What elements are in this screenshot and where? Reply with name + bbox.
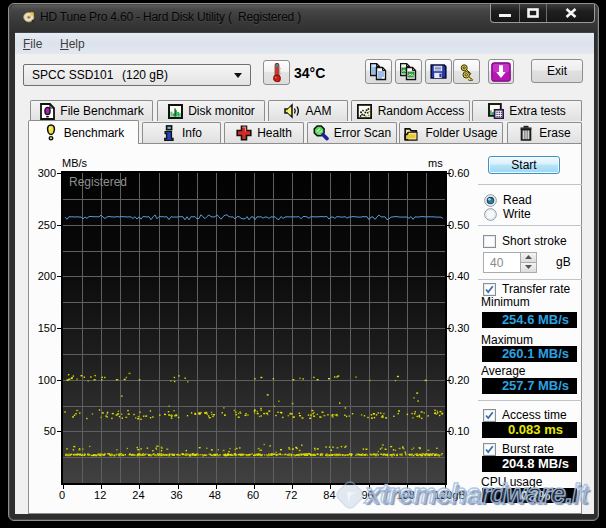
separator [478, 184, 582, 185]
maximize-button[interactable] [520, 4, 547, 22]
tab-benchmark[interactable]: Benchmark [28, 120, 139, 144]
start-button[interactable]: Start [488, 156, 560, 174]
spinner-down-button[interactable] [521, 263, 536, 273]
copy-image-button[interactable] [395, 59, 422, 84]
read-radio[interactable]: Read [484, 193, 532, 207]
app-icon [21, 9, 37, 25]
benchmark-page: RegisteredMB/sms300250200150100500.600.5… [28, 143, 582, 514]
tab-random-access[interactable]: Random Access [351, 100, 470, 121]
cpu-usage-value: 0.7% [482, 488, 577, 503]
access-time-value: 0.083 ms [482, 422, 577, 438]
short-stroke-checkbox-icon [483, 235, 496, 248]
average-label: Average [481, 364, 525, 378]
app-window: HD Tune Pro 4.60 - Hard Disk Utility ( R… [8, 3, 599, 521]
menu-help[interactable]: Help [60, 37, 85, 51]
burst-rate-value: 204.8 MB/s [482, 456, 577, 472]
down-arrow-icon [491, 62, 511, 82]
save-button[interactable] [425, 59, 452, 84]
write-label: Write [503, 207, 531, 221]
transfer-rate-checkbox-icon [483, 283, 496, 296]
burst-rate-checkbox-icon [483, 443, 496, 456]
copy-image-icon [400, 63, 418, 81]
drive-name: SPCC SSD101 [32, 68, 113, 82]
minimize-icon [498, 8, 512, 18]
cpu-usage-label: CPU usage [481, 475, 542, 489]
read-label: Read [503, 193, 532, 207]
spinner-value: 40 [490, 256, 503, 270]
window-controls [490, 4, 595, 23]
exit-button[interactable]: Exit [531, 59, 583, 83]
minimum-label: Minimum [481, 295, 530, 309]
tab-folder-usage[interactable]: Folder Usage [399, 122, 503, 143]
maximum-label: Maximum [481, 333, 533, 347]
thermometer-icon [269, 62, 285, 83]
spinner-up-button[interactable] [521, 253, 536, 263]
file-benchmark-icon [39, 103, 55, 119]
tab-extra-tests[interactable]: Extra tests [472, 100, 582, 121]
copy-text-icon [370, 63, 388, 81]
separator [478, 279, 582, 280]
minimize-button[interactable] [491, 4, 520, 22]
combobox-arrow-icon [234, 73, 242, 78]
window-title: HD Tune Pro 4.60 - Hard Disk Utility ( R… [40, 10, 301, 24]
tab-erase[interactable]: Erase [507, 122, 582, 143]
temperature-value: 34°C [294, 65, 325, 81]
burst-rate-checkbox[interactable]: Burst rate [483, 442, 554, 456]
copy-text-button[interactable] [365, 59, 392, 84]
close-button[interactable] [547, 4, 594, 22]
maximum-value: 260.1 MB/s [482, 346, 577, 362]
close-icon [565, 8, 577, 18]
access-time-checkbox-icon [483, 409, 496, 422]
tab-info[interactable]: Info [142, 122, 221, 143]
tab-aam[interactable]: AAM [268, 100, 348, 121]
error-scan-icon [313, 125, 329, 141]
short-stroke-label: Short stroke [502, 234, 567, 248]
minimum-value: 254.6 MB/s [482, 312, 577, 328]
access-time-checkbox[interactable]: Access time [483, 408, 567, 422]
folder-icon [404, 125, 420, 141]
speaker-icon [284, 103, 300, 119]
drive-select-combobox[interactable]: SPCC SSD101 (120 gB) [23, 64, 251, 86]
write-radio-icon [484, 208, 497, 221]
drive-capacity: (120 gB) [122, 68, 168, 82]
separator [478, 225, 582, 226]
capacity-spinner[interactable]: 40 [483, 252, 537, 273]
spinner-unit-label: gB [556, 255, 571, 269]
tab-error-scan[interactable]: Error Scan [307, 122, 397, 143]
save-icon [430, 63, 447, 80]
tab-disk-monitor[interactable]: Disk monitor [157, 100, 265, 121]
extra-tests-icon [488, 103, 504, 119]
access-time-label: Access time [502, 408, 567, 422]
keys-icon [458, 63, 476, 81]
short-stroke-checkbox[interactable]: Short stroke [483, 234, 567, 248]
client-area: File Help SPCC SSD101 (120 gB) 34°C Exit… [15, 32, 594, 514]
benchmark-icon [43, 125, 59, 141]
temperature-button[interactable] [263, 60, 290, 85]
transfer-rate-checkbox[interactable]: Transfer rate [483, 282, 570, 296]
health-icon [236, 125, 252, 141]
disk-monitor-icon [167, 103, 183, 119]
tab-file-benchmark[interactable]: File Benchmark [30, 100, 153, 121]
transfer-rate-label: Transfer rate [502, 282, 570, 296]
spinner-buttons [520, 253, 536, 272]
average-value: 257.7 MB/s [482, 378, 577, 394]
info-icon [161, 125, 177, 141]
maximize-icon [527, 8, 539, 18]
read-radio-icon [484, 194, 497, 207]
trash-icon [518, 125, 534, 141]
menu-file[interactable]: File [23, 37, 42, 51]
write-radio[interactable]: Write [484, 207, 531, 221]
random-access-icon [357, 103, 373, 119]
menu-bar: File Help [15, 32, 594, 54]
separator [478, 400, 582, 401]
benchmark-options-panel: StartReadWriteShort strokeTransfer rateA… [29, 144, 581, 513]
burst-rate-label: Burst rate [502, 442, 554, 456]
registration-keys-button[interactable] [453, 59, 480, 84]
tab-health[interactable]: Health [224, 122, 304, 143]
capture-button[interactable] [488, 59, 514, 84]
